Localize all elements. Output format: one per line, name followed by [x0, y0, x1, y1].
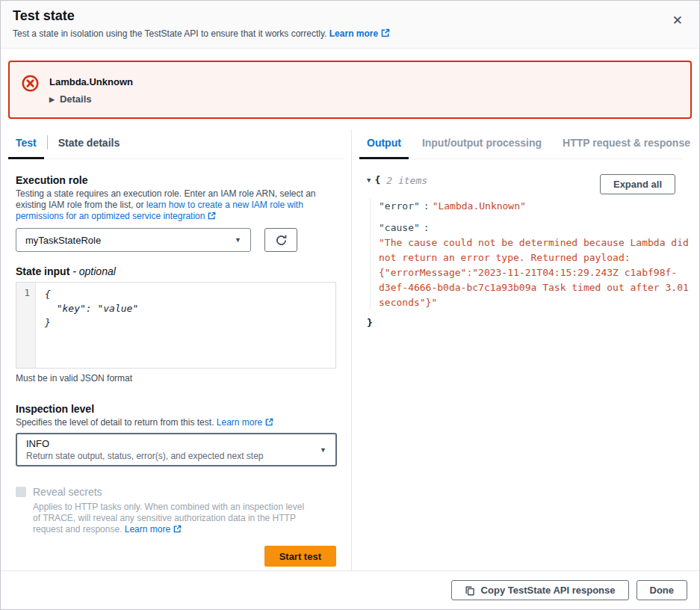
collapse-caret-icon[interactable]: ▼: [367, 176, 371, 184]
test-state-dialog: Test state Test a state in isolation usi…: [0, 0, 700, 610]
inspection-level-select[interactable]: INFO Return state output, status, error(…: [16, 433, 337, 466]
json-root-open-brace: {: [374, 174, 380, 185]
state-input-label: State input - optional: [16, 265, 336, 277]
alert-title: Lambda.Unknown: [49, 75, 133, 87]
done-button[interactable]: Done: [636, 580, 688, 600]
execution-role-value: myTaskStateRole: [25, 235, 101, 246]
json-entry-error: "error":"Lambda.Unknown": [379, 199, 694, 214]
subtitle-text: Test a state in isolation using the Test…: [13, 28, 326, 39]
json-colon: :: [424, 222, 430, 233]
json-items-count: 2 items: [386, 175, 427, 186]
expand-triangle-icon: ▶: [49, 96, 55, 103]
error-alert: Lambda.Unknown ▶ Details: [8, 61, 692, 119]
left-tabs: Test State details: [8, 129, 344, 159]
code-line: {: [45, 287, 138, 301]
reveal-secrets-label: Reveal secrets: [33, 486, 311, 498]
json-value: "Lambda.Unknown": [433, 200, 526, 212]
refresh-icon: [275, 234, 288, 247]
inspection-learn-more-label: Learn more: [217, 417, 262, 428]
chevron-down-icon: ▼: [320, 446, 326, 454]
start-test-button[interactable]: Start test: [264, 546, 336, 567]
editor-line-numbers: 1: [16, 283, 36, 368]
json-key: "cause": [379, 222, 420, 233]
header-learn-more-link[interactable]: Learn more: [329, 28, 390, 39]
tab-output[interactable]: Output: [359, 129, 409, 158]
execution-role-heading: Execution role: [16, 174, 336, 186]
learn-more-label: Learn more: [329, 28, 378, 39]
code-line: "key": "value": [45, 301, 138, 315]
inspection-level-value: INFO: [26, 438, 264, 449]
tab-divider: [47, 135, 48, 150]
dialog-header: Test state Test a state in isolation usi…: [1, 1, 699, 49]
json-entry-cause: "cause": "The cause could not be determi…: [379, 221, 694, 310]
tab-test[interactable]: Test: [8, 129, 44, 158]
code-line: }: [45, 315, 138, 330]
copy-icon: [465, 585, 475, 596]
execution-role-description: Testing a state requires an execution ro…: [16, 188, 336, 222]
page-title: Test state: [13, 8, 390, 24]
execution-role-select[interactable]: myTaskStateRole ▼: [16, 228, 251, 252]
chevron-down-icon: ▼: [235, 236, 241, 244]
inspection-learn-more-link[interactable]: Learn more: [217, 417, 273, 428]
json-root-close-brace: }: [367, 317, 675, 328]
external-link-icon: [381, 28, 390, 37]
done-button-label: Done: [650, 585, 675, 596]
reveal-secrets-learn-more-label: Learn more: [125, 524, 170, 534]
reveal-secrets-learn-more-link[interactable]: Learn more: [125, 524, 182, 534]
refresh-roles-button[interactable]: [264, 228, 297, 252]
json-entries: "error":"Lambda.Unknown" "cause": "The c…: [370, 199, 694, 310]
tab-http-request-response[interactable]: HTTP request & response: [555, 129, 698, 158]
right-tabs: Output Input/output processing HTTP requ…: [359, 129, 683, 159]
json-key: "error": [379, 200, 420, 212]
reveal-secrets-checkbox: [16, 487, 26, 497]
alert-details-label: Details: [60, 93, 92, 105]
expand-all-button[interactable]: Expand all: [600, 174, 675, 194]
json-output-viewer: ▼ { 2 items Expand all "error":"Lambda.U…: [367, 174, 675, 328]
json-format-hint: Must be in valid JSON format: [16, 373, 336, 383]
external-link-icon: [173, 525, 182, 533]
inspection-level-value-desc: Return state output, status, error(s), a…: [26, 451, 264, 461]
external-link-icon: [265, 418, 273, 426]
external-link-icon: [208, 212, 216, 220]
test-panel: Test State details Execution role Testin…: [1, 129, 352, 570]
state-input-editor[interactable]: 1 { "key": "value"}: [16, 282, 336, 369]
copy-button-label: Copy TestState API response: [481, 585, 616, 596]
dialog-subtitle: Test a state in isolation using the Test…: [13, 28, 390, 39]
output-panel: Output Input/output processing HTTP requ…: [352, 129, 699, 570]
close-icon[interactable]: ✕: [668, 11, 687, 30]
tab-state-details[interactable]: State details: [51, 129, 127, 158]
json-value: "The cause could not be determined becau…: [379, 235, 694, 310]
editor-code[interactable]: { "key": "value"}: [36, 283, 138, 368]
json-colon: :: [424, 200, 430, 212]
state-input-label-text: State input: [16, 265, 69, 277]
inspection-level-heading: Inspection level: [16, 403, 336, 415]
alert-details-toggle[interactable]: ▶ Details: [49, 93, 133, 105]
tab-input-output-processing[interactable]: Input/output processing: [415, 129, 549, 158]
execution-role-row: myTaskStateRole ▼: [16, 228, 336, 252]
optional-indicator: - optional: [72, 265, 116, 277]
dialog-content: Test State details Execution role Testin…: [1, 129, 699, 570]
error-icon: [22, 75, 39, 92]
dialog-footer: Copy TestState API response Done: [1, 570, 699, 609]
copy-teststate-api-response-button[interactable]: Copy TestState API response: [451, 580, 629, 600]
reveal-secrets-field: Reveal secrets Applies to HTTP tasks onl…: [16, 486, 336, 535]
reveal-secrets-description: Applies to HTTP tasks only. When combine…: [33, 502, 311, 535]
inspection-desc-text: Specifies the level of detail to return …: [16, 417, 214, 428]
inspection-level-description: Specifies the level of detail to return …: [16, 417, 336, 428]
